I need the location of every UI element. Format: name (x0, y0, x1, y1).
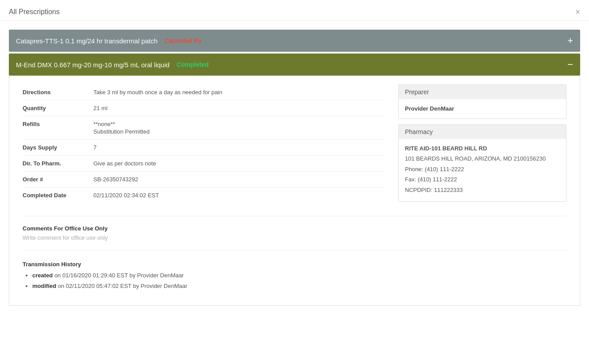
detail-row-quantity: Quantity 21 ml (23, 100, 385, 116)
history-list: created on 01/16/2020 01:29:40 EST by Pr… (23, 271, 566, 290)
history-title: Transmission History (23, 261, 566, 268)
section-divider-1 (23, 216, 566, 216)
pharmacy-card: Pharmacy RITE AID-101 BEARD HILL RD 101 … (398, 124, 566, 202)
rx-header-completed[interactable]: M-End DMX 0.667 mg-20 mg-10 mg/5 mL oral… (9, 54, 580, 76)
rx-header-canceled[interactable]: Catapres-TTS-1 0.1 mg/24 hr transdermal … (9, 30, 580, 52)
detail-label-refills: Refills (23, 121, 93, 127)
page-container: All Prescriptions × Catapres-TTS-1 0.1 m… (0, 0, 589, 364)
page-title: All Prescriptions (9, 8, 60, 16)
detail-row-completed-date: Completed Date 02/11/2020 02:34:02 EST (23, 188, 385, 203)
history-section: Transmission History created on 01/16/20… (23, 261, 566, 290)
rx-header-left-canceled: Catapres-TTS-1 0.1 mg/24 hr transdermal … (16, 37, 202, 45)
rx-details-left: Directions Take 3 ml by mouth once a day… (23, 84, 385, 207)
pharmacy-name: RITE AID-101 BEARD HILL RD (405, 144, 560, 153)
detail-row-order: Order # SB-26350743292 (23, 172, 385, 188)
page-header: All Prescriptions × (0, 0, 589, 21)
pharmacy-card-body: RITE AID-101 BEARD HILL RD 101 BEARDS HI… (399, 139, 566, 202)
pharmacy-card-header: Pharmacy (399, 125, 566, 139)
refills-line1: **none** (93, 121, 150, 127)
prescription-row-2: M-End DMX 0.667 mg-20 mg-10 mg/5 mL oral… (9, 54, 580, 306)
history-detail-1: on 01/16/2020 01:29:40 EST by Provider D… (54, 272, 184, 279)
pharmacy-ncpdpid: NCPDPID: 111222333 (405, 186, 560, 195)
preparer-card-body: Provider DenMaar (399, 99, 566, 119)
rx-status-canceled: Canceled Rx (165, 37, 202, 44)
preparer-card-header: Preparer (399, 85, 566, 99)
rx-name-completed: M-End DMX 0.667 mg-20 mg-10 mg/5 mL oral… (16, 61, 169, 69)
detail-value-completed-date: 02/11/2020 02:34:02 EST (93, 192, 159, 199)
preparer-card: Preparer Provider DenMaar (398, 84, 566, 119)
detail-row-directions: Directions Take 3 ml by mouth once a day… (23, 84, 385, 100)
pharmacy-phone: Phone: (410) 111-2222 (405, 165, 560, 174)
detail-value-dir-pharm: Give as per doctors note (93, 160, 156, 167)
rx-status-completed: Completed (177, 61, 208, 68)
detail-value-order: SB-26350743292 (93, 176, 138, 183)
detail-row-days-supply: Days Supply 7 (23, 140, 385, 156)
content-area: Catapres-TTS-1 0.1 mg/24 hr transdermal … (0, 21, 589, 316)
comments-section: Comments For Office Use Only Write comme… (23, 225, 566, 241)
close-button[interactable]: × (575, 8, 580, 16)
detail-label-completed-date: Completed Date (23, 192, 93, 199)
history-item-1: created on 01/16/2020 01:29:40 EST by Pr… (32, 271, 566, 280)
rx-expanded-content: Directions Take 3 ml by mouth once a day… (9, 76, 580, 306)
rx-header-left-completed: M-End DMX 0.667 mg-20 mg-10 mg/5 mL oral… (16, 61, 208, 69)
prescription-row-1: Catapres-TTS-1 0.1 mg/24 hr transdermal … (9, 30, 580, 52)
comments-placeholder: Write comment for office use only (23, 234, 566, 241)
detail-label-days-supply: Days Supply (23, 144, 93, 151)
comments-title: Comments For Office Use Only (23, 225, 566, 232)
detail-label-directions: Directions (23, 89, 93, 96)
detail-value-days-supply: 7 (93, 144, 96, 151)
detail-value-refills: **none** Substitution Permitted (93, 121, 150, 135)
refills-line2: Substitution Permitted (93, 128, 150, 135)
history-action-1: created (32, 272, 53, 279)
detail-label-dir-pharm: Dir. To Pharm. (23, 160, 93, 167)
history-item-2: modified on 02/11/2020 05:47:02 EST by P… (32, 282, 566, 291)
detail-value-directions: Take 3 ml by mouth once a day as needed … (93, 89, 222, 96)
pharmacy-address: 101 BEARDS HILL ROAD, ARIZONA, MD 210015… (405, 154, 560, 163)
history-action-2: modified (32, 283, 56, 289)
detail-label-quantity: Quantity (23, 105, 93, 111)
provider-name: Provider DenMaar (405, 104, 560, 113)
rx-toggle-completed[interactable]: − (567, 60, 573, 69)
detail-row-refills: Refills **none** Substitution Permitted (23, 116, 385, 140)
history-detail-2: on 02/11/2020 05:47:02 EST by Provider D… (58, 283, 187, 289)
section-divider-2 (23, 250, 566, 250)
rx-details-grid: Directions Take 3 ml by mouth once a day… (23, 84, 566, 207)
pharmacy-fax: Fax: (410) 111-2222 (405, 175, 560, 184)
rx-toggle-canceled[interactable]: + (567, 36, 573, 46)
rx-details-right: Preparer Provider DenMaar Pharmacy RITE … (398, 84, 566, 207)
detail-value-quantity: 21 ml (93, 105, 108, 111)
detail-label-order: Order # (23, 176, 93, 183)
detail-row-dir-pharm: Dir. To Pharm. Give as per doctors note (23, 156, 385, 172)
rx-name-canceled: Catapres-TTS-1 0.1 mg/24 hr transdermal … (16, 37, 158, 45)
